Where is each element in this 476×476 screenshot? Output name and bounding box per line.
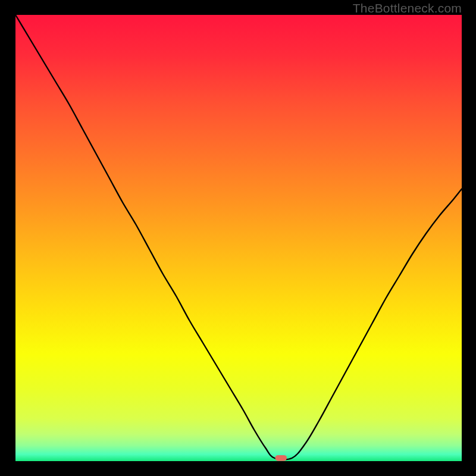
watermark-text: TheBottleneck.com [353, 1, 462, 15]
chart-frame: TheBottleneck.com [0, 0, 476, 476]
plot-area [15, 15, 462, 461]
svg-rect-1 [275, 455, 287, 461]
optimal-marker [15, 15, 462, 461]
